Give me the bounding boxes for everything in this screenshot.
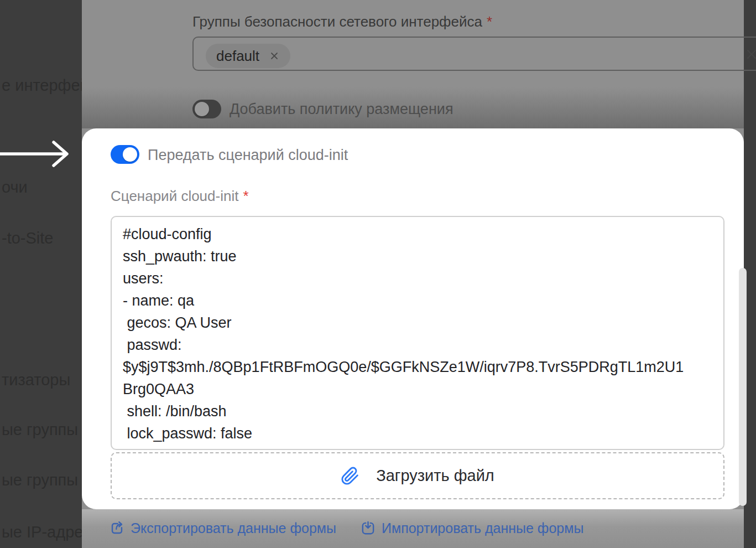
- import-form-data-link[interactable]: Импортировать данные формы: [360, 520, 583, 536]
- cloud-init-toggle-label: Передать сценарий cloud-init: [148, 147, 348, 164]
- sidebar-item-network-interfaces[interactable]: е интерфей: [2, 76, 82, 95]
- required-asterisk: *: [243, 188, 248, 204]
- sidebar-dimmed: е интерфей очи -to-Site тизаторы ые груп…: [0, 0, 82, 548]
- cloud-init-label-text: Сценарий cloud-init: [111, 188, 238, 204]
- placement-policy-toggle[interactable]: [192, 100, 221, 118]
- upload-file-label: Загрузить файл: [376, 467, 494, 485]
- sidebar-item-routers[interactable]: тизаторы: [2, 371, 70, 389]
- screenshot-canvas: е интерфей очи -to-Site тизаторы ые груп…: [0, 0, 756, 548]
- sidebar-item-site-to-site[interactable]: -to-Site: [2, 229, 53, 247]
- highlight-panel: Передать сценарий cloud-init Сценарий cl…: [82, 128, 744, 509]
- required-asterisk: *: [487, 13, 492, 30]
- chip-remove-icon[interactable]: [267, 49, 281, 63]
- form-footer-dimmed: Экспортировать данные формы Импортироват…: [82, 509, 744, 548]
- security-groups-select[interactable]: default: [192, 37, 756, 71]
- clear-select-icon[interactable]: [743, 46, 756, 63]
- toggle-knob: [123, 147, 137, 162]
- scrollbar-thumb[interactable]: [739, 268, 747, 506]
- sidebar-item-groups-1[interactable]: ые группы: [2, 421, 78, 439]
- paperclip-icon: [341, 467, 359, 485]
- annotation-arrow-icon: [0, 138, 75, 169]
- upload-file-button[interactable]: Загрузить файл: [111, 452, 724, 499]
- export-form-data-link[interactable]: Экспортировать данные формы: [109, 520, 336, 536]
- security-groups-label-text: Группы безопасности сетевого интерфейса: [192, 13, 482, 30]
- sidebar-item-groups-2[interactable]: ые группы: [2, 471, 78, 489]
- selected-tag-chip: default: [206, 44, 290, 68]
- import-icon: [360, 520, 376, 536]
- form-dimmed-area: Группы безопасности сетевого интерфейса*…: [82, 0, 744, 128]
- export-label: Экспортировать данные формы: [131, 520, 336, 536]
- security-groups-label: Группы безопасности сетевого интерфейса*: [192, 13, 492, 30]
- cloud-init-toggle[interactable]: [111, 145, 139, 164]
- placement-policy-label: Добавить политику размещения: [230, 101, 453, 118]
- chip-label: default: [216, 48, 259, 65]
- toggle-knob: [195, 102, 209, 116]
- export-icon: [109, 520, 125, 536]
- cloud-init-editor[interactable]: #cloud-config ssh_pwauth: true users: - …: [111, 216, 724, 450]
- sidebar-item-ip-addresses[interactable]: ые IP-адре: [2, 523, 82, 541]
- cloud-init-field-label: Сценарий cloud-init*: [111, 188, 249, 205]
- sidebar-item-keys[interactable]: очи: [2, 178, 28, 197]
- import-label: Импортировать данные формы: [382, 520, 583, 536]
